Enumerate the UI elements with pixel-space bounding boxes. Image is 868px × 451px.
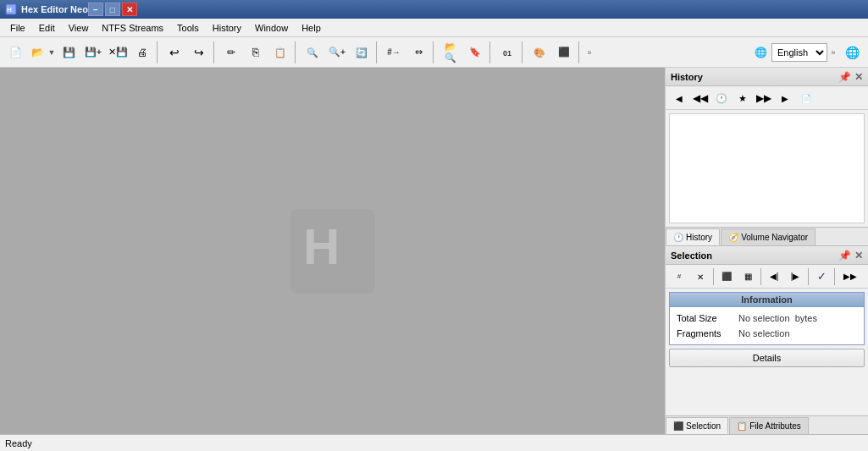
save-as-button[interactable]: 💾+ bbox=[81, 41, 105, 64]
menu-file[interactable]: File bbox=[3, 19, 32, 36]
paint-icon bbox=[534, 46, 545, 58]
volume-nav-tab-label: Volume Navigator bbox=[741, 233, 808, 242]
history-pin-button[interactable]: 📌 bbox=[838, 71, 851, 83]
selection-pin-button[interactable]: 📌 bbox=[838, 250, 851, 261]
total-size-unit: bytes bbox=[795, 313, 817, 323]
goto-icon: #→ bbox=[387, 47, 401, 57]
open-dropdown-arrow[interactable]: ▼ bbox=[47, 41, 56, 64]
menu-history[interactable]: History bbox=[206, 19, 248, 36]
new-icon bbox=[9, 46, 22, 58]
toolbar-right-overflow[interactable]: » bbox=[828, 41, 838, 64]
compare-icon: ⇔ bbox=[415, 47, 423, 58]
goto-button[interactable]: #→ bbox=[382, 41, 406, 64]
toolbar-overflow-chevron[interactable]: » bbox=[584, 41, 594, 64]
print-button[interactable] bbox=[130, 41, 154, 64]
hex-mode-button[interactable] bbox=[495, 41, 519, 64]
editor-area[interactable]: H bbox=[0, 68, 665, 434]
fill-button[interactable]: ⬛ bbox=[552, 41, 576, 64]
menu-help[interactable]: Help bbox=[295, 19, 328, 36]
total-size-row: Total Size No selection bytes bbox=[677, 311, 857, 326]
print-icon bbox=[137, 46, 147, 58]
information-box: Information Total Size No selection byte… bbox=[669, 292, 865, 345]
tab-selection[interactable]: Selection bbox=[666, 417, 728, 434]
app-settings-button[interactable]: 🌐 bbox=[839, 40, 865, 65]
sel-check-button[interactable] bbox=[811, 267, 832, 286]
title-bar: H Hex Editor Neo − □ ✕ bbox=[0, 0, 868, 19]
close-button[interactable]: ✕ bbox=[122, 3, 137, 16]
menu-ntfs-streams[interactable]: NTFS Streams bbox=[95, 19, 170, 36]
status-text: Ready bbox=[5, 438, 32, 448]
selection-close-button[interactable]: ✕ bbox=[854, 250, 863, 261]
app-icon: H bbox=[5, 3, 17, 15]
sel-more-button[interactable]: ▶▶ bbox=[838, 267, 863, 286]
history-close-button[interactable]: ✕ bbox=[854, 71, 863, 83]
menu-tools[interactable]: Tools bbox=[170, 19, 206, 36]
selection-tabs: Selection File Attributes bbox=[666, 415, 868, 434]
search-all-button[interactable]: 🔍+ bbox=[325, 41, 349, 64]
language-select[interactable]: English Russian German French bbox=[771, 43, 827, 62]
sel-more-icon: ▶▶ bbox=[843, 272, 857, 281]
open-button[interactable] bbox=[28, 41, 47, 64]
sel-bits-button[interactable]: ⬛ bbox=[716, 267, 737, 286]
history-back-all-button[interactable]: ◀◀ bbox=[690, 89, 710, 107]
history-clock-button[interactable] bbox=[711, 89, 732, 107]
right-panel: History 📌 ✕ ◀◀ ▶▶ bbox=[665, 68, 868, 434]
history-fwd-icon bbox=[782, 92, 788, 104]
tab-volume-navigator[interactable]: Volume Navigator bbox=[721, 228, 815, 245]
redo-icon bbox=[194, 46, 204, 59]
hex-icon bbox=[503, 46, 511, 58]
file-attr-tab-icon bbox=[737, 421, 747, 431]
maximize-button[interactable]: □ bbox=[105, 3, 120, 16]
sel-move-left-button[interactable]: ◀| bbox=[764, 267, 784, 286]
history-back-button[interactable] bbox=[669, 89, 689, 107]
history-doc-button[interactable] bbox=[796, 89, 816, 107]
sel-sep-3 bbox=[808, 268, 809, 285]
selection-panel-title: Selection bbox=[671, 250, 838, 261]
tab-history[interactable]: History bbox=[666, 228, 720, 245]
details-button[interactable]: Details bbox=[669, 349, 865, 367]
information-rows: Total Size No selection bytes Fragments … bbox=[670, 307, 864, 344]
selection-panel-header: Selection 📌 ✕ bbox=[666, 246, 868, 265]
save-button[interactable] bbox=[57, 41, 80, 64]
find-in-files-button[interactable]: 📂🔍 bbox=[439, 41, 462, 64]
new-button[interactable] bbox=[3, 41, 27, 64]
history-fwd-button[interactable] bbox=[775, 89, 795, 107]
history-fwd-all-button[interactable]: ▶▶ bbox=[754, 89, 774, 107]
history-tab-icon bbox=[673, 233, 683, 242]
sel-bits2-button[interactable]: ▦ bbox=[738, 267, 758, 286]
paste-button[interactable] bbox=[268, 41, 292, 64]
sel-sep-2 bbox=[760, 268, 761, 285]
sel-remove-button[interactable] bbox=[690, 267, 710, 286]
language-label: 🌐 bbox=[755, 47, 767, 58]
close-file-button[interactable]: ✕💾 bbox=[106, 41, 130, 64]
history-star-button[interactable] bbox=[733, 89, 753, 107]
bookmarks-button[interactable]: 🔖 bbox=[463, 41, 487, 64]
copy-button[interactable] bbox=[244, 41, 268, 64]
minimize-button[interactable]: − bbox=[88, 3, 103, 16]
replace-button[interactable] bbox=[350, 41, 373, 64]
selection-tab-icon bbox=[673, 421, 683, 431]
menu-edit[interactable]: Edit bbox=[32, 19, 62, 36]
edit-button[interactable] bbox=[219, 41, 243, 64]
sel-remove-icon bbox=[697, 272, 704, 282]
color-button[interactable] bbox=[528, 41, 551, 64]
compare-button[interactable]: ⇔ bbox=[406, 41, 430, 64]
redo-button[interactable] bbox=[187, 41, 211, 64]
search-button[interactable] bbox=[301, 41, 324, 64]
toolbar-sep-3 bbox=[295, 41, 298, 63]
toolbar-sep-5 bbox=[433, 41, 436, 63]
tab-file-attributes[interactable]: File Attributes bbox=[729, 417, 809, 434]
edit-icon bbox=[227, 46, 235, 58]
sel-move-right-button[interactable]: |▶ bbox=[785, 267, 805, 286]
total-size-label: Total Size bbox=[677, 311, 732, 326]
volume-nav-tab-icon bbox=[728, 233, 738, 242]
open-icon bbox=[31, 46, 44, 58]
menu-view[interactable]: View bbox=[62, 19, 96, 36]
sel-bits2-icon: ▦ bbox=[744, 272, 752, 281]
sel-hex-button[interactable]: # bbox=[669, 267, 689, 286]
fragments-label: Fragments bbox=[677, 326, 732, 341]
paste-icon bbox=[274, 46, 286, 58]
main-area: H History 📌 ✕ ◀◀ bbox=[0, 68, 868, 434]
undo-button[interactable] bbox=[163, 41, 186, 64]
menu-window[interactable]: Window bbox=[248, 19, 295, 36]
